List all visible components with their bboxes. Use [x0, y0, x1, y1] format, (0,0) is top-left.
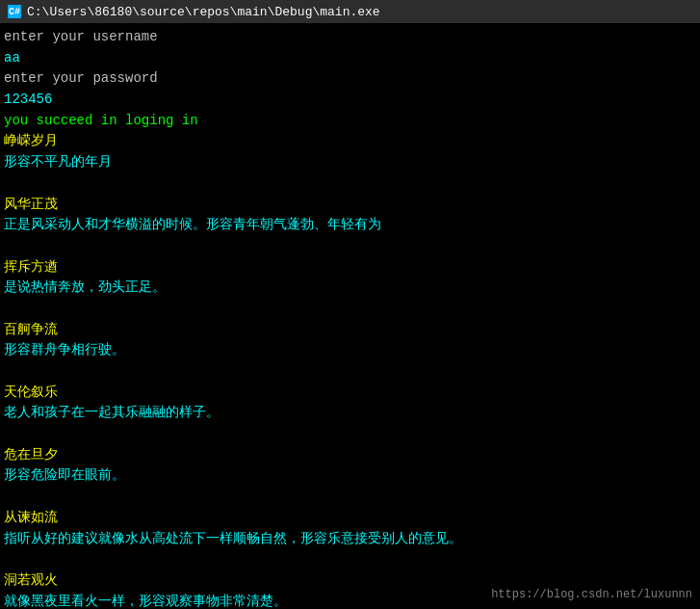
console-line: 老人和孩子在一起其乐融融的样子。	[4, 403, 696, 424]
blank-line	[4, 236, 696, 257]
console-line: 形容不平凡的年月	[4, 152, 696, 173]
console-line: 指听从好的建议就像水从高处流下一样顺畅自然，形容乐意接受别人的意见。	[4, 529, 696, 550]
console-line: you succeed in loging in	[4, 111, 696, 132]
app-icon: C#	[8, 5, 21, 18]
blank-line	[4, 173, 696, 195]
blank-line	[4, 299, 696, 320]
console-line: 危在旦夕	[4, 445, 696, 466]
console-line: enter your username	[4, 27, 696, 48]
console-line: 从谏如流	[4, 508, 696, 529]
console-output: enter your usernameaaenter your password…	[0, 23, 700, 609]
blank-line	[4, 549, 696, 570]
console-line: 风华正茂	[4, 195, 696, 216]
console-line: 峥嵘岁月	[4, 131, 696, 152]
console-line: 形容危险即在眼前。	[4, 465, 696, 487]
blank-line	[4, 487, 696, 508]
console-line: 是说热情奔放，劲头正足。	[4, 278, 696, 299]
console-line: 形容群舟争相行驶。	[4, 340, 696, 361]
console-line: 百舸争流	[4, 320, 696, 341]
blank-line	[4, 424, 696, 445]
console-line: enter your password	[4, 68, 696, 90]
title-bar: C# C:\Users\86180\source\repos\main\Debu…	[0, 0, 700, 23]
console-line: 天伦叙乐	[4, 383, 696, 404]
console-line: 挥斥方遒	[4, 257, 696, 278]
blank-line	[4, 361, 696, 383]
console-line: aa	[4, 48, 696, 69]
console-line: 正是风采动人和才华横溢的时候。形容青年朝气蓬勃、年轻有为	[4, 215, 696, 236]
title-path: C:\Users\86180\source\repos\main\Debug\m…	[27, 5, 380, 19]
console-line: 123456	[4, 90, 696, 111]
watermark: https://blog.csdn.net/luxunnn	[491, 588, 692, 601]
